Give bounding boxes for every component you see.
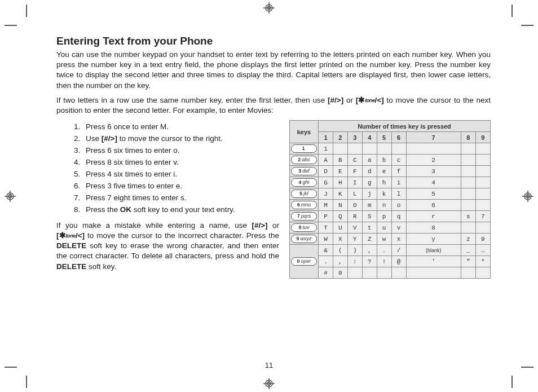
keycap-cell: 1: [290, 143, 319, 155]
char-cell: X: [333, 234, 347, 245]
col-5: 5: [377, 132, 391, 143]
char-cell: [461, 188, 475, 200]
char-cell: 8: [406, 222, 461, 234]
char-cell: Q: [333, 211, 347, 222]
ks-sym2: ✱: [59, 231, 66, 240]
char-cell: L: [347, 188, 362, 200]
intro-paragraph-2: If two letters in a row use the same num…: [56, 95, 491, 116]
char-cell: *: [475, 256, 490, 267]
page-number: 11: [0, 361, 538, 369]
ks-post2: /<]: [76, 231, 85, 240]
char-cell: a: [362, 155, 377, 166]
key-star-back-2: [✱tone/<]: [56, 231, 85, 240]
char-cell: [377, 267, 391, 279]
key-hash-forward-2: [#/>]: [102, 134, 117, 143]
table-row: 2abcABCabc2: [290, 155, 491, 166]
char-cell: @: [391, 256, 406, 267]
col-7: 7: [406, 132, 461, 143]
keycap-icon: 7pqrs: [291, 212, 317, 221]
char-cell: &: [319, 245, 333, 256]
keycap-icon: 4ghi: [291, 178, 317, 187]
char-cell: h: [377, 177, 391, 188]
char-cell: [475, 166, 490, 177]
keycap-icon: 1: [291, 144, 317, 153]
step-7: Press 7 eight times to enter s.: [82, 192, 279, 204]
char-cell: [461, 177, 475, 188]
char-cell: [461, 166, 475, 177]
char-cell: [461, 222, 475, 234]
ok-key: OK: [120, 205, 131, 214]
delete-key-2: DELETE: [56, 262, 86, 271]
char-cell: q: [391, 211, 406, 222]
char-cell: w: [377, 234, 391, 245]
p3d: soft key to erase the wrong character, a…: [56, 241, 279, 260]
char-cell: 5: [406, 188, 461, 200]
char-cell: t: [362, 222, 377, 234]
char-cell: (: [333, 245, 347, 256]
key-hash-forward: [#/>]: [328, 96, 343, 104]
col-1: 1: [319, 132, 333, 143]
keycap-icon: 6mno: [291, 201, 317, 209]
char-cell: D: [319, 166, 333, 177]
char-cell: z: [461, 234, 475, 245]
table-row: 11: [290, 143, 491, 155]
key-hash-forward-3: [#/>]: [252, 221, 267, 230]
char-cell: [406, 267, 461, 279]
table-row: 3defDEFdef3: [290, 166, 491, 177]
char-cell: Z: [362, 234, 377, 245]
crop-bl-v: [26, 376, 27, 388]
char-cell: ʼ: [406, 256, 461, 267]
char-cell: b: [377, 155, 391, 166]
keycap-cell: 4ghi: [290, 177, 319, 188]
char-cell: [362, 143, 377, 155]
char-cell: S: [362, 211, 377, 222]
col-4: 4: [362, 132, 377, 143]
step-1: Press 6 once to enter M.: [82, 121, 279, 133]
char-cell: [347, 143, 362, 155]
col-6: 6: [391, 132, 406, 143]
char-cell: 3: [406, 166, 461, 177]
char-cell: W: [319, 234, 333, 245]
table-row: 8tuvTUVtuv8: [290, 222, 491, 234]
keycap-icon: 5jkl: [291, 190, 317, 198]
keycap-icon: 2abc: [291, 156, 317, 164]
char-cell: y: [406, 234, 461, 245]
char-cell: C: [347, 155, 362, 166]
s8b: soft key to end your text entry.: [131, 205, 235, 214]
char-cell: l: [391, 188, 406, 200]
char-cell: c: [391, 155, 406, 166]
reg-mark-right: [522, 191, 533, 202]
char-cell: [362, 267, 377, 279]
col-2: 2: [333, 132, 347, 143]
steps-list: Press 6 once to enter M. Use [#/>] to mo…: [56, 121, 279, 215]
step-5: Press 4 six times to enter i.: [82, 169, 279, 180]
left-column: Press 6 once to enter M. Use [#/>] to mo…: [56, 120, 279, 279]
char-cell: F: [347, 166, 362, 177]
step-4: Press 8 six times to enter v.: [82, 157, 279, 169]
crop-tl-v: [26, 5, 27, 17]
crop-tl-h: [5, 25, 17, 26]
char-cell: #: [319, 267, 333, 279]
char-cell: [461, 155, 475, 166]
keys-header: keys: [290, 121, 319, 143]
crop-br-v: [511, 376, 513, 388]
char-cell: d: [362, 166, 377, 177]
char-cell: E: [333, 166, 347, 177]
char-cell: ?: [362, 256, 377, 267]
step-8: Press the OK soft key to end your text e…: [82, 204, 279, 216]
keycap-cell: 6mno: [290, 200, 319, 211]
key-star-back: [✱tone/<]: [356, 96, 384, 104]
char-cell: .: [377, 245, 391, 256]
table-row: 6mnoMNOmno6: [290, 200, 491, 211]
col-8: 8: [461, 132, 475, 143]
keycap-cell: 5jkl: [290, 188, 319, 200]
table-row: 9wxyzWXYZwxyz9: [290, 234, 491, 245]
char-cell: [461, 267, 475, 279]
char-cell: 7: [475, 211, 490, 222]
char-cell: (blank): [406, 245, 461, 256]
ks-tone: tone: [365, 98, 374, 103]
delete-key: DELETE: [56, 241, 86, 250]
table-header-row-1: keys Number of times key is pressed: [290, 121, 491, 132]
char-cell: _: [461, 245, 475, 256]
char-cell: ˮ: [461, 256, 475, 267]
